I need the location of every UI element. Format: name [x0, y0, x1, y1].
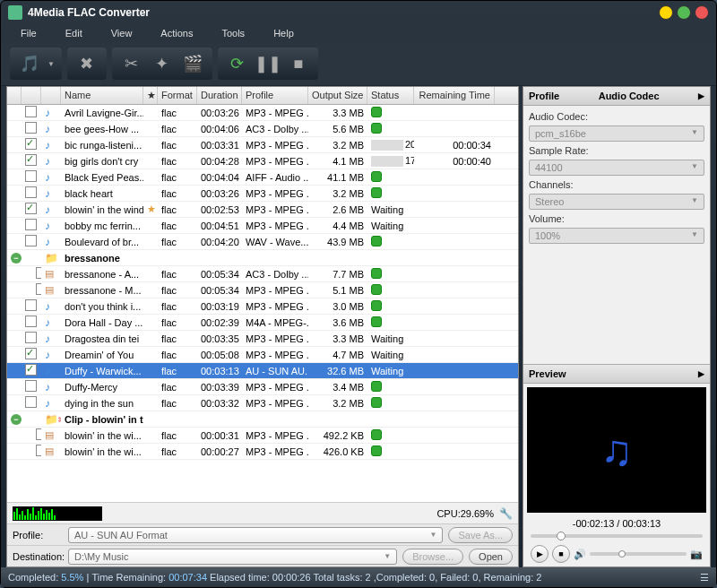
menu-view[interactable]: View [100, 26, 151, 40]
menu-help[interactable]: Help [263, 26, 312, 40]
menu-actions[interactable]: Actions [150, 26, 211, 40]
table-row[interactable]: ♪Black Eyed Peas...flac00:04:04AIFF - Au… [7, 169, 518, 186]
browse-button[interactable]: Browse... [402, 549, 463, 565]
play-button[interactable]: ▶ [531, 545, 549, 563]
checkbox[interactable] [25, 186, 37, 198]
checkbox[interactable] [36, 428, 41, 440]
checkbox[interactable] [25, 154, 37, 166]
maximize-button[interactable] [677, 5, 691, 20]
checkbox[interactable] [25, 203, 37, 214]
effects-button[interactable]: ✦ [150, 51, 175, 76]
menu-file[interactable]: File [10, 26, 55, 40]
expand-toggle-icon[interactable]: − [11, 253, 22, 264]
checkbox[interactable] [25, 138, 37, 150]
table-row[interactable]: ♪blowin' in the wind★flac00:02:53MP3 - M… [7, 202, 518, 218]
checkbox[interactable] [25, 299, 37, 311]
profile: AC3 - Dolby ... [242, 269, 308, 280]
column-header[interactable]: Name [61, 87, 143, 104]
stop-preview-button[interactable]: ■ [552, 545, 570, 563]
checkbox[interactable] [25, 106, 37, 117]
checkbox[interactable] [25, 380, 37, 392]
checkbox[interactable] [25, 170, 37, 182]
menu-tools[interactable]: Tools [211, 26, 263, 40]
stop-button[interactable]: ■ [286, 51, 311, 76]
seek-slider[interactable] [523, 531, 710, 541]
table-row[interactable]: ♪bobby mc ferrin...flac00:04:51MP3 - MPE… [7, 218, 518, 234]
pause-button[interactable]: ❚❚ [255, 51, 281, 76]
volume-combo[interactable]: 100% [529, 228, 704, 244]
chevron-right-icon[interactable]: ▶ [698, 369, 704, 378]
convert-button[interactable]: ⟳ [225, 51, 250, 76]
checkbox[interactable] [25, 235, 37, 246]
table-row[interactable]: ♪Dreamin' of Youflac00:05:08MP3 - MPEG .… [7, 347, 518, 363]
column-header[interactable] [41, 87, 61, 104]
checkbox[interactable] [25, 364, 37, 376]
table-row[interactable]: ♪Dragostea din teiflac00:03:35MP3 - MPEG… [7, 331, 518, 347]
minimize-button[interactable] [659, 5, 673, 20]
destination-combo[interactable]: D:\My Music [68, 549, 397, 565]
checkbox[interactable] [36, 445, 41, 456]
table-row[interactable]: ▤bressanone - A...flac00:05:34AC3 - Dolb… [7, 266, 518, 282]
channels-combo[interactable]: Stereo [529, 194, 704, 210]
checkbox[interactable] [25, 316, 37, 327]
table-row[interactable]: ♪Boulevard of br...flac00:04:20WAV - Wav… [7, 234, 518, 250]
cut-button[interactable]: ✂ [119, 51, 144, 76]
table-row[interactable]: ♪Duffy-Mercyflac00:03:39MP3 - MPEG ...3.… [7, 379, 518, 395]
status [367, 123, 414, 135]
table-row[interactable]: ♪bee gees-How ...flac00:04:06AC3 - Dolby… [7, 121, 518, 137]
output-size: 3.3 MB [308, 108, 367, 118]
save-as-button[interactable]: Save As... [448, 527, 513, 543]
open-button[interactable]: Open [469, 549, 513, 565]
checkbox[interactable] [25, 332, 37, 343]
checkbox[interactable] [25, 396, 37, 408]
table-row[interactable]: ▤blowin' in the wi...flac00:00:31MP3 - M… [7, 428, 518, 444]
chevron-right-icon[interactable]: ▶ [698, 91, 704, 100]
table-row[interactable]: ♪black heartflac00:03:26MP3 - MPEG ...3.… [7, 186, 518, 202]
table-row[interactable]: ♪Dora Hall - Day ...flac00:02:39M4A - MP… [7, 315, 518, 331]
column-header[interactable]: Duration [197, 87, 242, 104]
audio-codec-combo[interactable]: pcm_s16be [529, 125, 704, 142]
profile-combo[interactable]: AU - SUN AU Format [68, 527, 443, 543]
table-row[interactable]: ♪Duffy - Warwick...flac00:03:13AU - SUN … [7, 363, 518, 379]
table-row[interactable]: ▤bressanone - M...flac00:05:34MP3 - MPEG… [7, 282, 518, 298]
close-button[interactable] [695, 5, 709, 20]
preview-display: ♫ [527, 387, 706, 513]
chevron-down-icon[interactable]: ▼ [48, 60, 55, 68]
table-row[interactable]: ♪dying in the sunflac00:03:32MP3 - MPEG … [7, 395, 518, 411]
volume-slider[interactable] [590, 552, 687, 556]
column-header[interactable]: Profile [242, 87, 308, 104]
expand-toggle-icon[interactable]: − [11, 414, 22, 425]
table-row[interactable]: ♪don't you think i...flac00:03:19MP3 - M… [7, 298, 518, 315]
checkbox[interactable] [25, 348, 37, 359]
add-file-button[interactable]: 🎵 [17, 51, 42, 76]
checkbox[interactable] [25, 219, 37, 230]
column-header[interactable]: Output Size [308, 87, 367, 104]
column-header[interactable]: ★ [143, 87, 158, 104]
sample-rate-combo[interactable]: 44100 [529, 160, 704, 176]
table-row[interactable]: ♪big girls don't cryflac00:04:28MP3 - MP… [7, 153, 518, 169]
column-header[interactable] [7, 87, 22, 104]
volume-icon[interactable]: 🔊 [574, 549, 586, 560]
profile: MP3 - MPEG ... [242, 350, 308, 360]
column-header[interactable] [22, 87, 41, 104]
remove-button[interactable]: ✖ [74, 51, 99, 76]
checkbox[interactable] [25, 122, 37, 134]
folder-row[interactable]: −📁bressanone [7, 250, 518, 266]
list-icon[interactable]: ☰ [700, 572, 709, 584]
output-size: 3.0 MB [308, 301, 367, 312]
column-header[interactable]: Status [367, 87, 414, 104]
add-clip-button[interactable]: 🎬 [180, 51, 205, 76]
folder-row[interactable]: −📁✂Clip - blowin' in t... [7, 411, 518, 428]
table-row[interactable]: ♪bic runga-listeni...flac00:03:31MP3 - M… [7, 137, 518, 153]
table-row[interactable]: ♪Avril Lavigne-Gir...flac00:03:26MP3 - M… [7, 105, 518, 121]
table-row[interactable]: ▤blowin' in the wi...flac00:00:27MP3 - M… [7, 444, 518, 460]
menu-edit[interactable]: Edit [55, 26, 100, 40]
profile-dropdown-label[interactable]: Audio Codec [599, 91, 660, 101]
snapshot-icon[interactable]: 📷 [690, 549, 703, 560]
column-header[interactable]: Format [158, 87, 197, 104]
checkbox[interactable] [36, 283, 41, 295]
column-header[interactable]: Remaining Time [414, 87, 495, 104]
settings-icon[interactable]: 🔧 [499, 507, 513, 520]
document-icon: ▤ [45, 429, 54, 440]
checkbox[interactable] [36, 267, 41, 279]
